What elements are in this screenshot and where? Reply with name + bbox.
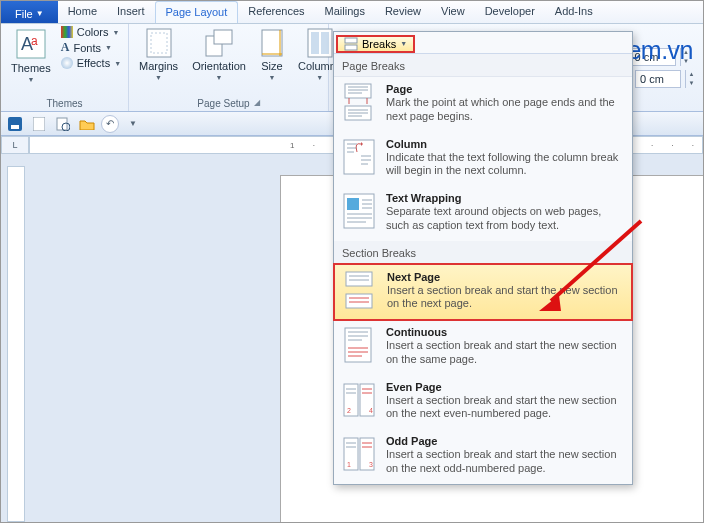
orientation-icon [204,28,234,58]
continuous-icon [342,326,376,364]
svg-text:2: 2 [347,407,351,414]
chevron-down-icon: ▼ [27,76,34,83]
colors-label: Colors [77,26,109,38]
menu-item-column[interactable]: ColumnIndicate that the text following t… [334,132,632,187]
menu-item-title: Next Page [387,271,623,283]
menu-item-odd-page[interactable]: 13 Odd PageInsert a section break and st… [334,429,632,484]
effects-label: Effects [77,57,110,69]
menu-item-even-page[interactable]: 24 Even PageInsert a section break and s… [334,375,632,430]
effects-button[interactable]: Effects▼ [61,57,121,69]
size-button[interactable]: Size▼ [256,26,288,83]
columns-icon [307,28,333,58]
group-page-setup-label: Page Setup [197,98,249,109]
margins-button[interactable]: Margins▼ [135,26,182,83]
chevron-down-icon: ▼ [36,9,44,18]
group-themes: Aa Themes ▼ Colors▼ AFonts▼ Effects▼ The… [1,24,129,111]
group-themes-label: Themes [46,98,82,109]
tab-view[interactable]: View [431,1,475,23]
text-wrapping-icon [342,192,376,230]
qat-new-icon[interactable] [29,115,49,133]
svg-rect-19 [345,45,357,50]
menu-item-title: Even Page [386,381,624,393]
menu-item-title: Continuous [386,326,624,338]
svg-rect-28 [344,140,374,174]
page-break-icon [342,83,376,121]
menu-item-title: Text Wrapping [386,192,624,204]
next-page-icon [343,271,377,309]
tab-insert[interactable]: Insert [107,1,155,23]
svg-rect-6 [214,30,232,44]
menu-item-page[interactable]: PageMark the point at which one page end… [334,77,632,132]
size-icon [260,28,284,58]
chevron-down-icon: ▼ [114,60,121,67]
menu-item-desc: Indicate that the text following the col… [386,151,624,179]
ruler-corner[interactable]: L [1,136,29,154]
svg-text:1: 1 [347,461,351,468]
tab-page-layout[interactable]: Page Layout [155,1,239,23]
themes-button[interactable]: Aa Themes ▼ [7,26,55,85]
svg-rect-50 [345,328,371,362]
column-break-icon [342,138,376,176]
menu-item-desc: Insert a section break and start the new… [386,394,624,422]
odd-page-icon: 13 [342,435,376,473]
orientation-label: Orientation [192,60,246,72]
svg-rect-12 [321,32,329,54]
tab-addins[interactable]: Add-Ins [545,1,603,23]
chevron-down-icon: ▼ [316,74,323,81]
svg-rect-7 [262,30,282,56]
chevron-down-icon: ▼ [216,74,223,81]
svg-rect-44 [346,272,372,286]
indent-right-value[interactable]: 0 cm [635,70,681,88]
qat-save-icon[interactable] [5,115,25,133]
effects-icon [61,57,73,69]
fonts-button[interactable]: AFonts▼ [61,40,121,55]
menu-header-page-breaks: Page Breaks [334,54,632,77]
ribbon-tabs: File ▼ Home Insert Page Layout Reference… [1,1,703,24]
svg-rect-37 [347,198,359,210]
chevron-down-icon: ▼ [113,29,120,36]
menu-item-desc: Mark the point at which one page ends an… [386,96,624,124]
themes-label: Themes [11,62,51,74]
tab-review[interactable]: Review [375,1,431,23]
fonts-icon: A [61,40,70,55]
tab-developer[interactable]: Developer [475,1,545,23]
spinner[interactable]: ▲▼ [680,48,692,66]
file-tab-label: File [15,8,33,20]
menu-item-desc: Insert a section break and start the new… [386,448,624,476]
menu-item-text-wrapping[interactable]: Text WrappingSeparate text around object… [334,186,632,241]
svg-rect-18 [345,38,357,43]
svg-rect-14 [11,125,19,129]
dialog-launcher-icon[interactable]: ◢ [254,98,260,109]
vertical-ruler[interactable] [7,166,25,522]
menu-item-next-page[interactable]: Next PageInsert a section break and star… [333,263,633,322]
tab-mailings[interactable]: Mailings [315,1,375,23]
breaks-icon [344,37,358,51]
colors-button[interactable]: Colors▼ [61,26,121,38]
orientation-button[interactable]: Orientation▼ [188,26,250,83]
chevron-down-icon: ▼ [155,74,162,81]
size-label: Size [261,60,282,72]
menu-item-desc: Insert a section break and start the new… [386,339,624,367]
qat-undo-icon[interactable]: ↶ [101,115,119,133]
svg-text:3: 3 [369,461,373,468]
file-tab[interactable]: File ▼ [1,1,58,23]
tab-home[interactable]: Home [58,1,107,23]
svg-rect-15 [33,117,45,131]
qat-chevron-down-icon[interactable]: ▼ [123,115,143,133]
qat-preview-icon[interactable] [53,115,73,133]
margins-icon [146,28,172,58]
menu-item-title: Page [386,83,624,95]
tab-references[interactable]: References [238,1,314,23]
indent-left-value[interactable]: 0 cm [630,48,676,66]
colors-icon [61,26,73,38]
breaks-button[interactable]: Breaks ▼ [336,35,415,53]
margins-label: Margins [139,60,178,72]
qat-open-icon[interactable] [77,115,97,133]
svg-rect-45 [346,294,372,308]
spinner[interactable]: ▲▼ [685,70,697,88]
fonts-label: Fonts [73,42,101,54]
menu-item-desc: Insert a section break and start the new… [387,284,623,312]
svg-text:4: 4 [369,407,373,414]
chevron-down-icon: ▼ [105,44,112,51]
menu-item-continuous[interactable]: ContinuousInsert a section break and sta… [334,320,632,375]
